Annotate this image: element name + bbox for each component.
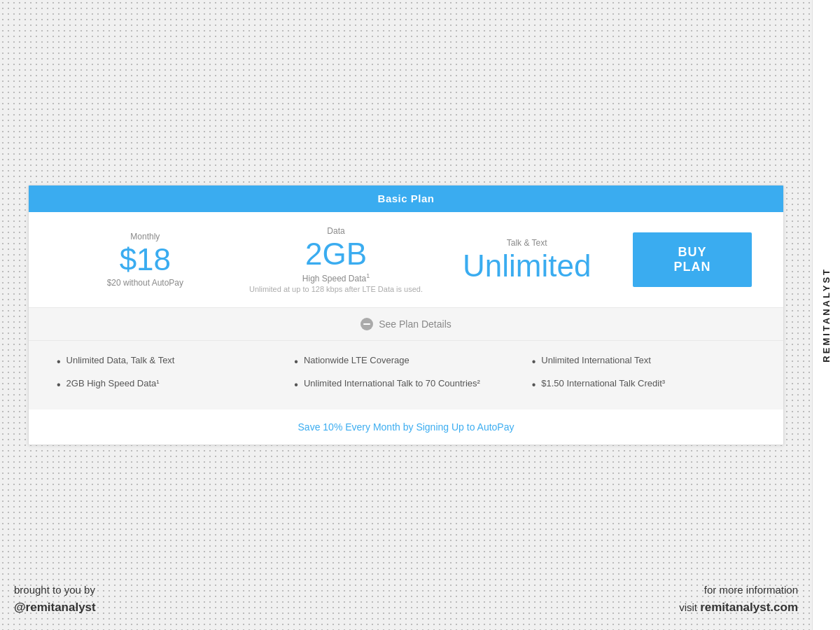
footer-left: brought to you by @remitanalyst — [14, 582, 96, 616]
brand-vertical: REMITANALYST — [812, 0, 840, 630]
plan-header: Basic Plan — [29, 186, 783, 212]
data-column: Data 2GB High Speed Data1 Unlimited at u… — [241, 226, 432, 293]
buy-column: BUY PLAN — [622, 232, 762, 287]
footer-handle: @remitanalyst — [14, 598, 96, 617]
footer-visit-text: visit — [679, 601, 697, 613]
price-column: Monthly $18 $20 without AutoPay — [50, 232, 241, 288]
see-plan-details-row[interactable]: See Plan Details — [29, 308, 783, 341]
feature-text-1: Unlimited Data, Talk & Text — [66, 355, 175, 365]
data-sub-text: High Speed Data — [302, 274, 366, 284]
data-sub2: Unlimited at up to 128 kbps after LTE Da… — [241, 285, 432, 293]
data-label: Data — [241, 226, 432, 236]
features-grid: Unlimited Data, Talk & Text Nationwide L… — [29, 341, 783, 410]
footer-site: remitanalyst.com — [700, 601, 798, 614]
footer-left-line1: brought to you by — [14, 582, 96, 598]
collapse-icon — [360, 318, 373, 330]
talk-label: Talk & Text — [431, 238, 622, 248]
footer-right-line2: visit remitanalyst.com — [679, 598, 798, 617]
price-value: $18 — [50, 244, 241, 275]
feature-item: $1.50 International Talk Credit³ — [532, 378, 755, 393]
footer: brought to you by @remitanalyst for more… — [14, 582, 798, 616]
feature-item: Unlimited Data, Talk & Text — [57, 355, 280, 370]
feature-item: Unlimited International Text — [532, 355, 755, 370]
feature-item: Unlimited International Talk to 70 Count… — [294, 378, 517, 393]
price-sub: $20 without AutoPay — [50, 278, 241, 288]
data-value-text: 2GB — [305, 237, 367, 271]
plan-card: Basic Plan Monthly $18 $20 without AutoP… — [28, 185, 784, 445]
feature-text-2: 2GB High Speed Data¹ — [66, 378, 160, 388]
feature-item: 2GB High Speed Data¹ — [57, 378, 280, 393]
see-details-text: See Plan Details — [379, 318, 451, 330]
autopay-row: Save 10% Every Month by Signing Up to Au… — [29, 410, 783, 444]
feature-text-5: Unlimited International Text — [541, 355, 651, 365]
brand-vertical-text: REMITANALYST — [821, 267, 832, 363]
data-value: 2GB — [241, 239, 432, 270]
footer-right-line1: for more information — [679, 582, 798, 598]
data-sub: High Speed Data1 — [241, 272, 432, 284]
talk-value: Unlimited — [431, 251, 622, 281]
main-content: Basic Plan Monthly $18 $20 without AutoP… — [0, 0, 812, 630]
talk-column: Talk & Text Unlimited — [431, 238, 622, 281]
monthly-label: Monthly — [50, 232, 241, 241]
autopay-text: Save 10% Every Month by Signing Up to Au… — [298, 421, 514, 433]
feature-text-6: $1.50 International Talk Credit³ — [541, 378, 665, 388]
price-text: $18 — [120, 242, 171, 276]
footer-right: for more information visit remitanalyst.… — [679, 582, 798, 616]
buy-button[interactable]: BUY PLAN — [633, 232, 752, 287]
plan-name: Basic Plan — [378, 192, 435, 204]
plan-summary: Monthly $18 $20 without AutoPay Data 2GB… — [29, 212, 783, 308]
feature-text-4: Unlimited International Talk to 70 Count… — [304, 378, 480, 388]
feature-text-3: Nationwide LTE Coverage — [304, 355, 410, 365]
feature-item: Nationwide LTE Coverage — [294, 355, 517, 370]
data-sup: 1 — [366, 272, 370, 279]
